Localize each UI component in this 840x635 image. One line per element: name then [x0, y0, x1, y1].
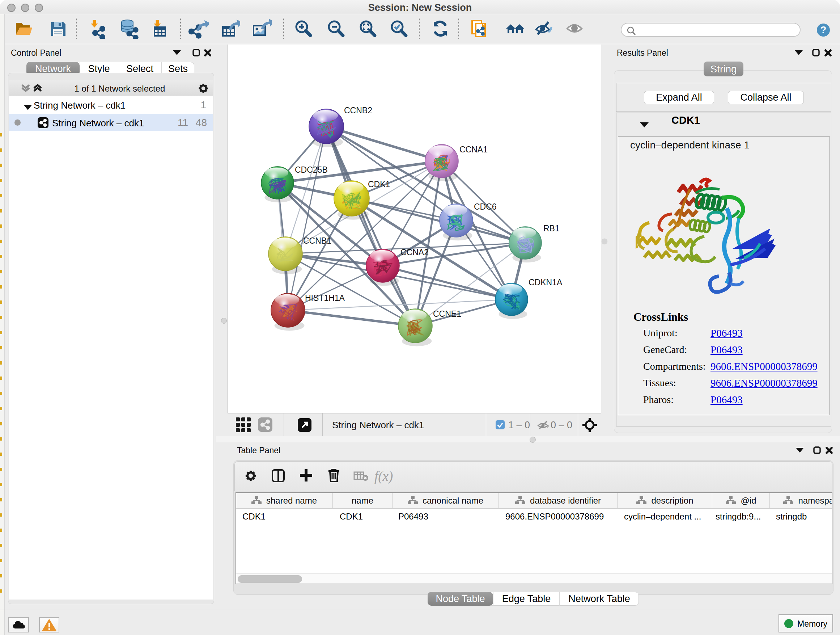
svg-text:CCNB1: CCNB1 — [303, 236, 332, 245]
svg-text:?: ? — [821, 25, 827, 35]
svg-text:CDK1: CDK1 — [368, 180, 390, 189]
svg-text:CCNE1: CCNE1 — [433, 309, 461, 318]
svg-text:HIST1H1A: HIST1H1A — [305, 293, 345, 302]
svg-text:RB1: RB1 — [543, 224, 560, 233]
svg-text:CCNB2: CCNB2 — [344, 106, 372, 115]
svg-text:CCNA1: CCNA1 — [459, 145, 488, 154]
svg-text:CDKN1A: CDKN1A — [529, 278, 562, 287]
svg-text:CCNA2: CCNA2 — [401, 248, 429, 257]
svg-text:CDC25B: CDC25B — [295, 165, 328, 174]
svg-text:CDC6: CDC6 — [474, 202, 497, 211]
